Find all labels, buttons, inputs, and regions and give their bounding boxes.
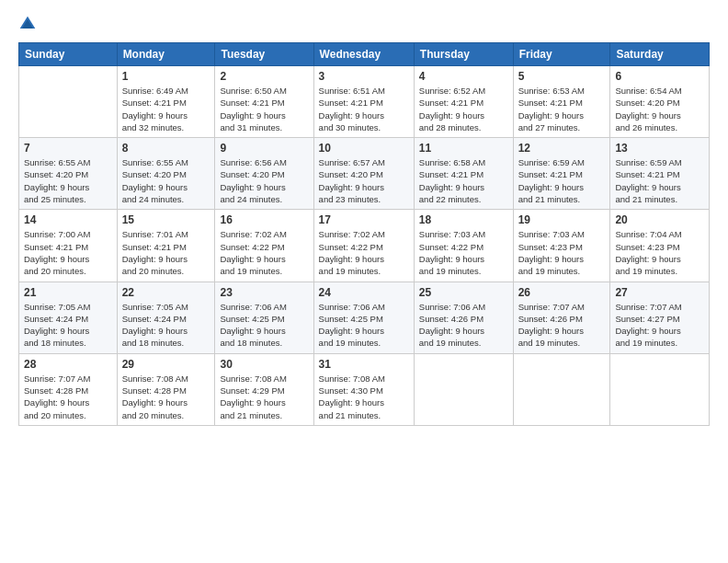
day-info: Sunrise: 7:07 AM Sunset: 4:28 PM Dayligh… [24, 373, 112, 421]
page: SundayMondayTuesdayWednesdayThursdayFrid… [0, 0, 728, 563]
day-info: Sunrise: 7:06 AM Sunset: 4:25 PM Dayligh… [220, 301, 308, 350]
day-cell: 12Sunrise: 6:59 AM Sunset: 4:21 PM Dayli… [513, 138, 610, 210]
day-info: Sunrise: 7:07 AM Sunset: 4:27 PM Dayligh… [615, 301, 704, 350]
day-info: Sunrise: 7:02 AM Sunset: 4:22 PM Dayligh… [220, 228, 308, 277]
day-number: 2 [220, 70, 308, 83]
day-cell: 21Sunrise: 7:05 AM Sunset: 4:24 PM Dayli… [19, 282, 118, 353]
logo-icon [18, 15, 37, 33]
day-cell: 11Sunrise: 6:58 AM Sunset: 4:21 PM Dayli… [414, 138, 513, 210]
day-number: 4 [419, 70, 508, 83]
col-header-thursday: Thursday [414, 43, 513, 66]
day-cell [414, 353, 513, 425]
day-info: Sunrise: 7:07 AM Sunset: 4:26 PM Dayligh… [518, 301, 606, 350]
header-row: SundayMondayTuesdayWednesdayThursdayFrid… [19, 43, 710, 66]
day-info: Sunrise: 6:53 AM Sunset: 4:21 PM Dayligh… [518, 85, 606, 133]
col-header-friday: Friday [513, 43, 610, 66]
day-info: Sunrise: 7:05 AM Sunset: 4:24 PM Dayligh… [122, 301, 210, 350]
day-number: 10 [319, 142, 409, 155]
day-info: Sunrise: 7:05 AM Sunset: 4:24 PM Dayligh… [24, 301, 112, 350]
day-cell [610, 353, 710, 425]
day-cell: 31Sunrise: 7:08 AM Sunset: 4:30 PM Dayli… [313, 353, 414, 425]
day-number: 11 [419, 142, 508, 155]
col-header-tuesday: Tuesday [215, 43, 313, 66]
day-info: Sunrise: 7:03 AM Sunset: 4:22 PM Dayligh… [419, 228, 508, 277]
day-cell: 4Sunrise: 6:52 AM Sunset: 4:21 PM Daylig… [414, 66, 513, 138]
day-info: Sunrise: 6:59 AM Sunset: 4:21 PM Dayligh… [615, 156, 704, 205]
day-info: Sunrise: 7:03 AM Sunset: 4:23 PM Dayligh… [518, 228, 606, 277]
day-cell: 26Sunrise: 7:07 AM Sunset: 4:26 PM Dayli… [513, 282, 610, 353]
day-cell: 17Sunrise: 7:02 AM Sunset: 4:22 PM Dayli… [313, 210, 414, 282]
day-cell: 16Sunrise: 7:02 AM Sunset: 4:22 PM Dayli… [215, 210, 313, 282]
col-header-sunday: Sunday [19, 43, 118, 66]
day-cell: 7Sunrise: 6:55 AM Sunset: 4:20 PM Daylig… [19, 138, 118, 210]
day-cell: 18Sunrise: 7:03 AM Sunset: 4:22 PM Dayli… [414, 210, 513, 282]
day-info: Sunrise: 6:54 AM Sunset: 4:20 PM Dayligh… [615, 85, 704, 133]
day-cell: 19Sunrise: 7:03 AM Sunset: 4:23 PM Dayli… [513, 210, 610, 282]
day-info: Sunrise: 7:08 AM Sunset: 4:28 PM Dayligh… [122, 373, 210, 421]
day-number: 1 [122, 70, 210, 83]
day-info: Sunrise: 7:01 AM Sunset: 4:21 PM Dayligh… [122, 228, 210, 277]
week-row-1: 1Sunrise: 6:49 AM Sunset: 4:21 PM Daylig… [19, 66, 710, 138]
day-info: Sunrise: 6:55 AM Sunset: 4:20 PM Dayligh… [122, 156, 210, 205]
day-cell: 9Sunrise: 6:56 AM Sunset: 4:20 PM Daylig… [215, 138, 313, 210]
day-cell: 15Sunrise: 7:01 AM Sunset: 4:21 PM Dayli… [117, 210, 215, 282]
header [18, 15, 710, 33]
day-cell: 13Sunrise: 6:59 AM Sunset: 4:21 PM Dayli… [610, 138, 710, 210]
day-number: 18 [419, 213, 508, 226]
day-number: 23 [220, 286, 308, 299]
col-header-saturday: Saturday [610, 43, 710, 66]
day-number: 9 [220, 142, 308, 155]
day-number: 30 [220, 358, 308, 371]
day-info: Sunrise: 6:50 AM Sunset: 4:21 PM Dayligh… [220, 85, 308, 133]
day-cell: 24Sunrise: 7:06 AM Sunset: 4:25 PM Dayli… [313, 282, 414, 353]
day-number: 16 [220, 213, 308, 226]
day-cell: 30Sunrise: 7:08 AM Sunset: 4:29 PM Dayli… [215, 353, 313, 425]
day-cell: 3Sunrise: 6:51 AM Sunset: 4:21 PM Daylig… [313, 66, 414, 138]
day-info: Sunrise: 6:56 AM Sunset: 4:20 PM Dayligh… [220, 156, 308, 205]
day-number: 29 [122, 358, 210, 371]
day-number: 20 [615, 213, 704, 226]
logo [18, 15, 40, 33]
day-cell: 5Sunrise: 6:53 AM Sunset: 4:21 PM Daylig… [513, 66, 610, 138]
day-number: 5 [518, 70, 606, 83]
day-cell [513, 353, 610, 425]
day-cell: 14Sunrise: 7:00 AM Sunset: 4:21 PM Dayli… [19, 210, 118, 282]
day-info: Sunrise: 7:04 AM Sunset: 4:23 PM Dayligh… [615, 228, 704, 277]
day-cell: 2Sunrise: 6:50 AM Sunset: 4:21 PM Daylig… [215, 66, 313, 138]
day-info: Sunrise: 6:51 AM Sunset: 4:21 PM Dayligh… [319, 85, 409, 133]
day-number: 27 [615, 286, 704, 299]
day-number: 26 [518, 286, 606, 299]
day-number: 21 [24, 286, 112, 299]
day-info: Sunrise: 6:49 AM Sunset: 4:21 PM Dayligh… [122, 85, 210, 133]
day-info: Sunrise: 7:06 AM Sunset: 4:25 PM Dayligh… [319, 301, 409, 350]
day-number: 22 [122, 286, 210, 299]
day-cell: 25Sunrise: 7:06 AM Sunset: 4:26 PM Dayli… [414, 282, 513, 353]
day-cell: 27Sunrise: 7:07 AM Sunset: 4:27 PM Dayli… [610, 282, 710, 353]
day-cell: 6Sunrise: 6:54 AM Sunset: 4:20 PM Daylig… [610, 66, 710, 138]
day-info: Sunrise: 7:00 AM Sunset: 4:21 PM Dayligh… [24, 228, 112, 277]
week-row-4: 21Sunrise: 7:05 AM Sunset: 4:24 PM Dayli… [19, 282, 710, 353]
day-cell: 10Sunrise: 6:57 AM Sunset: 4:20 PM Dayli… [313, 138, 414, 210]
day-number: 13 [615, 142, 704, 155]
day-number: 12 [518, 142, 606, 155]
day-number: 28 [24, 358, 112, 371]
day-number: 3 [319, 70, 409, 83]
col-header-wednesday: Wednesday [313, 43, 414, 66]
day-number: 19 [518, 213, 606, 226]
day-number: 24 [319, 286, 409, 299]
day-info: Sunrise: 6:57 AM Sunset: 4:20 PM Dayligh… [319, 156, 409, 205]
day-info: Sunrise: 7:06 AM Sunset: 4:26 PM Dayligh… [419, 301, 508, 350]
day-cell [19, 66, 118, 138]
day-number: 6 [615, 70, 704, 83]
day-info: Sunrise: 6:59 AM Sunset: 4:21 PM Dayligh… [518, 156, 606, 205]
day-number: 14 [24, 213, 112, 226]
day-info: Sunrise: 7:02 AM Sunset: 4:22 PM Dayligh… [319, 228, 409, 277]
day-info: Sunrise: 7:08 AM Sunset: 4:29 PM Dayligh… [220, 373, 308, 421]
week-row-3: 14Sunrise: 7:00 AM Sunset: 4:21 PM Dayli… [19, 210, 710, 282]
day-info: Sunrise: 6:58 AM Sunset: 4:21 PM Dayligh… [419, 156, 508, 205]
day-cell: 20Sunrise: 7:04 AM Sunset: 4:23 PM Dayli… [610, 210, 710, 282]
day-cell: 28Sunrise: 7:07 AM Sunset: 4:28 PM Dayli… [19, 353, 118, 425]
week-row-2: 7Sunrise: 6:55 AM Sunset: 4:20 PM Daylig… [19, 138, 710, 210]
day-number: 17 [319, 213, 409, 226]
day-number: 25 [419, 286, 508, 299]
